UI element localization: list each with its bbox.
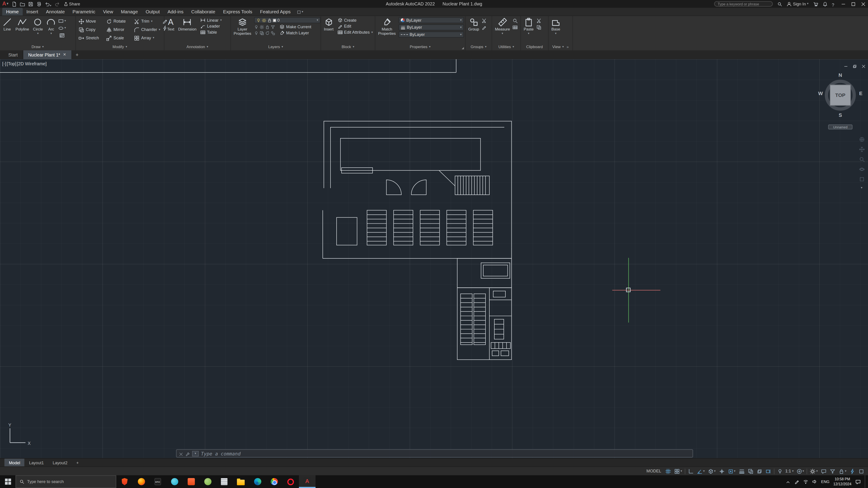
viewcube-west[interactable]: W bbox=[818, 91, 823, 96]
move-tool-button[interactable]: Move bbox=[78, 19, 105, 24]
chevron-down-icon[interactable]: ▾ bbox=[861, 186, 862, 189]
show-desktop-button[interactable] bbox=[865, 475, 867, 488]
showmotion-icon[interactable] bbox=[859, 176, 864, 182]
arc-tool-button[interactable]: Arc▾ bbox=[46, 17, 57, 36]
array-tool-button[interactable]: Array▾ bbox=[133, 35, 160, 41]
panel-label-groups[interactable]: Groups▾ bbox=[466, 43, 492, 51]
taskbar-epic-button[interactable]: EPIC bbox=[149, 475, 166, 488]
help-search-input[interactable] bbox=[714, 1, 773, 6]
grid-display-toggle[interactable] bbox=[665, 468, 672, 474]
minimize-button[interactable] bbox=[841, 0, 846, 9]
layer-dropdown[interactable]: 0 ▾ bbox=[254, 17, 320, 23]
edit-block-button[interactable]: Edit bbox=[336, 24, 374, 29]
notifications-button[interactable] bbox=[822, 0, 827, 9]
close-tab-icon[interactable]: ✕ bbox=[63, 53, 66, 57]
panel-label-view[interactable]: View▾» bbox=[549, 43, 572, 51]
command-input[interactable] bbox=[201, 451, 690, 456]
edit-attributes-button[interactable]: Edit Attributes▾ bbox=[336, 30, 374, 35]
command-customize-button[interactable] bbox=[185, 449, 190, 458]
annotation-scale-button[interactable]: 1:1▾ bbox=[785, 468, 794, 474]
transparency-toggle[interactable] bbox=[747, 468, 754, 474]
cut-button[interactable] bbox=[536, 18, 541, 23]
volume-icon[interactable] bbox=[812, 479, 817, 484]
object-snap-tracking-toggle[interactable] bbox=[718, 468, 725, 474]
hatch-tool-button[interactable] bbox=[59, 33, 65, 38]
start-button[interactable] bbox=[0, 475, 16, 488]
open-button[interactable] bbox=[20, 0, 25, 9]
taskbar-green-app-button[interactable] bbox=[199, 475, 216, 488]
dynamic-input-toggle[interactable] bbox=[765, 468, 771, 474]
maximize-button[interactable] bbox=[851, 0, 856, 9]
copy-tool-button[interactable]: Copy bbox=[78, 27, 105, 32]
graphics-performance-toggle[interactable] bbox=[849, 468, 856, 474]
insert-block-button[interactable]: Insert bbox=[323, 17, 335, 32]
taskbar-autocad-button[interactable]: A bbox=[299, 475, 315, 488]
layer-prev-icon[interactable] bbox=[265, 31, 270, 35]
taskbar-chrome-button[interactable] bbox=[266, 475, 282, 488]
viewport-control-view[interactable]: [Top] bbox=[7, 61, 16, 66]
ungroup-button[interactable] bbox=[482, 18, 487, 23]
panel-overflow-icon[interactable]: » bbox=[566, 45, 569, 48]
match-properties-button[interactable]: Match Properties bbox=[377, 17, 397, 37]
text-tool-button[interactable]: AText bbox=[166, 17, 176, 32]
panel-label-clipboard[interactable]: Clipboard bbox=[521, 43, 548, 51]
object-color-dropdown[interactable]: ByLayer▾ bbox=[399, 17, 464, 23]
copy-clip-button[interactable] bbox=[536, 25, 541, 30]
command-line[interactable]: ▾ bbox=[176, 449, 693, 458]
layer-isolate-icon[interactable] bbox=[271, 25, 275, 29]
application-menu-button[interactable]: A▾ bbox=[2, 1, 8, 6]
command-recent-button[interactable]: ▾ bbox=[192, 451, 199, 456]
panel-label-properties[interactable]: Properties▾ bbox=[375, 43, 465, 51]
tab-add-ins[interactable]: Add-ins bbox=[164, 8, 187, 15]
polar-tracking-toggle[interactable]: ▾ bbox=[696, 468, 705, 474]
tab-output[interactable]: Output bbox=[142, 8, 164, 15]
isodraft-toggle[interactable]: ▾ bbox=[708, 468, 716, 474]
full-navigation-wheel-icon[interactable] bbox=[859, 137, 864, 142]
drawing-restore-button[interactable] bbox=[852, 61, 857, 71]
selection-cycling-toggle[interactable] bbox=[756, 468, 763, 474]
layout-tab-model[interactable]: Model bbox=[4, 459, 25, 466]
command-close-button[interactable] bbox=[179, 449, 183, 458]
layer-merge-icon[interactable] bbox=[271, 31, 275, 35]
chamfer-tool-button[interactable]: Chamfer▾ bbox=[133, 27, 160, 32]
layer-unisolate-icon[interactable] bbox=[254, 31, 258, 35]
trim-tool-button[interactable]: Trim▾ bbox=[133, 19, 160, 24]
file-tab-document[interactable]: Nuclear Plant 1*✕ bbox=[23, 51, 72, 59]
redo-button[interactable] bbox=[55, 0, 60, 9]
layer-properties-button[interactable]: Layer Properties bbox=[232, 17, 252, 37]
panel-label-layers[interactable]: Layers▾ bbox=[231, 43, 320, 51]
viewcube-top-face[interactable]: TOP bbox=[830, 85, 851, 106]
undo-button[interactable]: ▾ bbox=[45, 0, 51, 9]
create-block-button[interactable]: Create bbox=[336, 18, 374, 23]
lineweight-toggle[interactable] bbox=[738, 468, 745, 474]
line-tool-button[interactable]: Line bbox=[2, 17, 13, 32]
taskbar-clock[interactable]: 10:58 PM 12/12/2024 bbox=[833, 477, 851, 486]
taskbar-edge-button[interactable] bbox=[249, 475, 266, 488]
zoom-icon[interactable] bbox=[859, 157, 864, 162]
match-layer-button[interactable]: Match Layer bbox=[278, 31, 310, 35]
panel-label-modify[interactable]: Modify▾ bbox=[76, 43, 164, 51]
close-button[interactable] bbox=[861, 0, 866, 9]
save-button[interactable] bbox=[28, 0, 33, 9]
quick-select-button[interactable] bbox=[513, 18, 518, 23]
object-isolate-button[interactable] bbox=[829, 468, 836, 474]
polyline-tool-button[interactable]: Polyline bbox=[14, 17, 30, 32]
snap-mode-toggle[interactable]: ▾ bbox=[674, 468, 683, 474]
drawing-close-button[interactable] bbox=[862, 61, 866, 71]
taskbar-brave-button[interactable] bbox=[116, 475, 133, 488]
help-button[interactable]: ? bbox=[832, 0, 834, 9]
taskbar-file-explorer-button[interactable] bbox=[232, 475, 249, 488]
new-drawing-button[interactable] bbox=[11, 0, 17, 9]
workspace-switching-button[interactable]: ▾ bbox=[810, 468, 818, 474]
taskbar-orange-app-button[interactable] bbox=[183, 475, 199, 488]
tab-manage[interactable]: Manage bbox=[117, 8, 142, 15]
tab-express-tools[interactable]: Express Tools bbox=[219, 8, 256, 15]
taskbar-search-input[interactable] bbox=[27, 479, 112, 484]
measure-button[interactable]: Measure▾ bbox=[494, 17, 511, 36]
tab-view[interactable]: View bbox=[99, 8, 117, 15]
mirror-tool-button[interactable]: Mirror bbox=[105, 27, 133, 32]
annotation-monitor-toggle[interactable] bbox=[820, 468, 827, 474]
model-space-viewport[interactable]: [-] [Top] [2D Wireframe] TOP N S W E Unn… bbox=[0, 59, 868, 458]
orbit-icon[interactable] bbox=[859, 166, 864, 172]
tab-collaborate[interactable]: Collaborate bbox=[187, 8, 219, 15]
